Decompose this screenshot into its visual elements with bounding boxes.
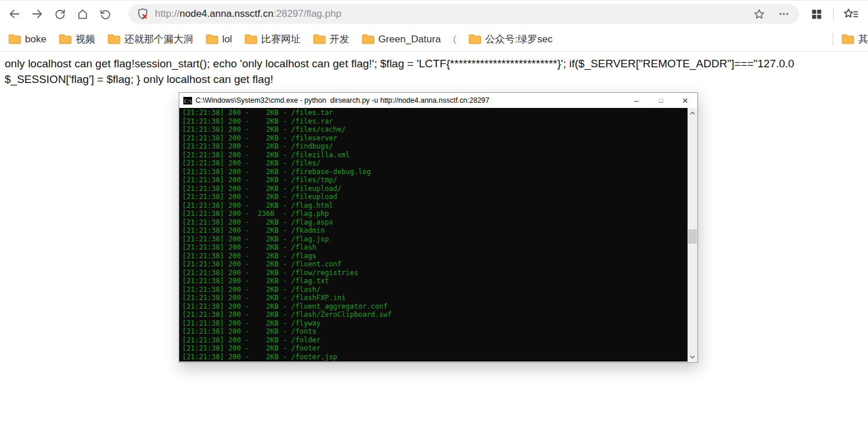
console-line: [21:21:38] 200 - 2KB - /files/ [182, 159, 688, 168]
star-icon [753, 8, 765, 20]
back-button[interactable] [6, 4, 23, 24]
bookmarks-bar: boke 视频 还就那个漏大洞 lol 比赛网址 开发 Green_Datura [0, 27, 868, 52]
cmd-window-title: C:\Windows\System32\cmd.exe - python dir… [196, 96, 624, 104]
url-rest: :28297/flag.php [273, 8, 341, 19]
console-line: [21:21:38] 200 - 236B - /flag.php [182, 210, 688, 218]
console-line: [21:21:38] 200 - 2KB - /fileserver [182, 134, 688, 143]
bookmark-folder[interactable]: 视频 [59, 32, 95, 46]
bookmark-folder[interactable]: boke [8, 34, 46, 45]
console-line: [21:21:38] 200 - 2KB - /footer [182, 344, 688, 353]
three-dots-icon [778, 8, 790, 20]
close-button[interactable]: ✕ [673, 93, 697, 108]
bookmark-folder[interactable]: lol [205, 34, 232, 45]
scroll-down-button[interactable] [688, 352, 697, 362]
folder-icon [205, 34, 219, 45]
bookmark-folder[interactable]: 比赛网址 [244, 32, 301, 46]
page-text-line2: $_SESSION['flag'] = $flag; } only localh… [5, 71, 868, 87]
console-line: [21:21:38] 200 - 2KB - /files/tmp/ [182, 176, 688, 185]
folder-icon [841, 34, 855, 45]
console-line: [21:21:38] 200 - 2KB - /flag.aspx [182, 218, 688, 227]
folder-icon [8, 34, 21, 45]
console-line: [21:21:38] 200 - 2KB - /flash/ZeroClipbo… [182, 310, 688, 319]
bookmark-label: 公众号:绿罗sec [485, 32, 552, 46]
console-line: [21:21:38] 200 - 2KB - /flag.jsp [182, 235, 688, 244]
home-button[interactable] [74, 4, 91, 24]
favorites-list-icon [843, 8, 858, 20]
reload-button[interactable] [51, 4, 68, 24]
bookmark-folder[interactable]: 开发 [313, 32, 349, 46]
console-line: [21:21:38] 200 - 2KB - /flag.txt [182, 277, 688, 286]
forward-button[interactable] [28, 4, 46, 24]
bookmark-label: Green_Datura [378, 34, 441, 45]
folder-icon [313, 34, 326, 45]
console-line: [21:21:38] 200 - 2KB - /files/cache/ [182, 125, 688, 134]
cmd-window[interactable]: C:\ C:\Windows\System32\cmd.exe - python… [179, 92, 698, 363]
browser-toolbar: http://node4.anna.nssctf.cn:28297/flag.p… [0, 0, 868, 27]
minimize-button[interactable]: – [624, 93, 649, 108]
folder-icon [468, 34, 482, 45]
console-line: [21:21:38] 200 - 2KB - /flow/registries [182, 269, 688, 277]
bookmark-folder[interactable]: 公众号:绿罗sec [468, 32, 552, 46]
console-line: [21:21:38] 200 - 2KB - /files.rar [182, 117, 688, 126]
console-line: [21:21:38] 200 - 2KB - /flash [182, 243, 688, 252]
console-line: [21:21:38] 200 - 2KB - /filezilla.xml [182, 151, 688, 160]
svg-text:C:\: C:\ [184, 98, 192, 103]
bookmark-folder-other[interactable]: 其 [841, 32, 868, 46]
scrollbar-thumb[interactable] [688, 229, 697, 244]
page-content: only localhost can get flag!session_star… [0, 52, 868, 87]
site-security-icon[interactable] [135, 6, 150, 21]
console-line: [21:21:38] 200 - 2KB - /flash/ [182, 286, 688, 294]
folder-icon [59, 34, 72, 45]
chevron-down-icon [690, 355, 695, 359]
cmd-icon: C:\ [183, 97, 192, 104]
console-line: [21:21:38] 200 - 2KB - /flashFXP.ini [182, 294, 688, 302]
folder-icon [361, 34, 375, 45]
console-line: [21:21:38] 200 - 2KB - /findbugs/ [182, 142, 688, 151]
console-line: [21:21:38] 200 - 2KB - /flags [182, 252, 688, 261]
bookmark-label: 视频 [75, 32, 95, 46]
bookmark-label: ( [453, 34, 457, 45]
more-options-button[interactable] [778, 8, 790, 20]
bookmark-label: 还就那个漏大洞 [124, 32, 193, 46]
bookmark-folder[interactable]: 还就那个漏大洞 [107, 32, 193, 46]
cmd-console[interactable]: [21:21:38] 200 - 2KB - /files.tar[21:21:… [179, 108, 697, 362]
bookmark-stray-text: ( [453, 34, 457, 45]
page-text-line1: only localhost can get flag!session_star… [5, 56, 868, 71]
url-text: http://node4.anna.nssctf.cn:28297/flag.p… [155, 8, 753, 20]
console-line: [21:21:38] 200 - 2KB - /fonts [182, 327, 688, 336]
chevron-up-icon [690, 111, 695, 115]
folder-icon [107, 34, 121, 45]
cmd-titlebar[interactable]: C:\ C:\Windows\System32\cmd.exe - python… [179, 93, 697, 108]
console-line: [21:21:38] 200 - 2KB - /firebase-debug.l… [182, 168, 688, 176]
toolbar-divider [833, 8, 834, 20]
bookmark-label: 其 [858, 32, 868, 46]
bookmark-star-button[interactable] [753, 8, 765, 20]
bookmark-label: 比赛网址 [261, 32, 301, 46]
home-icon [77, 8, 89, 20]
favorites-list-button[interactable] [843, 8, 858, 20]
console-line: [21:21:38] 200 - 2KB - /folder [182, 336, 688, 345]
reload-icon [54, 8, 66, 20]
console-line: [21:21:38] 200 - 2KB - /footer.jsp [182, 353, 688, 362]
apps-grid-button[interactable] [811, 8, 823, 20]
bookmark-label: boke [25, 34, 46, 45]
console-line: [21:21:38] 200 - 2KB - /fkadmin [182, 226, 688, 235]
console-line: [21:21:38] 200 - 2KB - /flyway [182, 319, 688, 328]
forward-icon [31, 8, 44, 20]
console-scrollbar[interactable] [688, 108, 697, 362]
console-line: [21:21:38] 200 - 2KB - /flag.html [182, 201, 688, 210]
url-bar[interactable]: http://node4.anna.nssctf.cn:28297/flag.p… [128, 4, 799, 24]
recent-undo-button[interactable] [96, 4, 114, 24]
undo-icon [99, 8, 111, 20]
scroll-up-button[interactable] [688, 108, 697, 118]
console-line: [21:21:38] 200 - 2KB - /fluent_aggregato… [182, 302, 688, 311]
apps-grid-icon [811, 8, 823, 20]
url-prefix: http:// [155, 8, 180, 19]
bookmark-folder[interactable]: Green_Datura [361, 34, 441, 45]
bookmark-label: lol [222, 34, 232, 45]
console-line: [21:21:38] 200 - 2KB - /fluent.conf [182, 260, 688, 269]
maximize-button[interactable]: □ [649, 93, 673, 108]
console-output: [21:21:38] 200 - 2KB - /files.tar[21:21:… [179, 108, 688, 362]
console-line: [21:21:38] 200 - 2KB - /fileupload/ [182, 185, 688, 193]
console-line: [21:21:38] 200 - 2KB - /files.tar [182, 109, 688, 117]
